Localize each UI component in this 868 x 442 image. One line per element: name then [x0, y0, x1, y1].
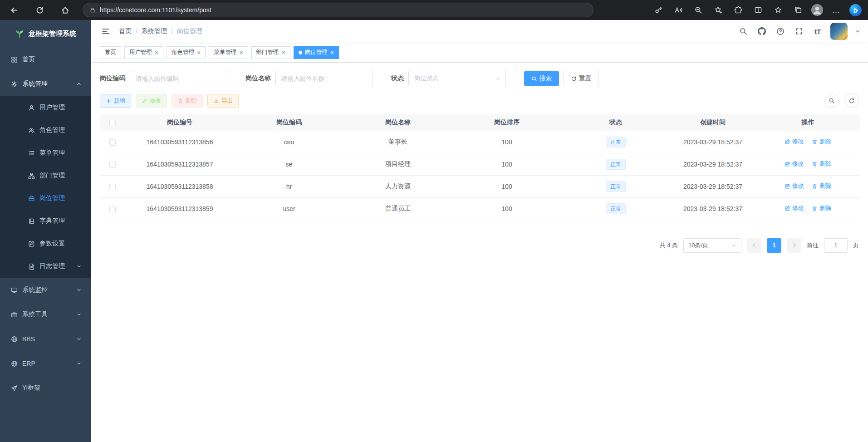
- row-delete-link[interactable]: 删除: [812, 138, 831, 146]
- sidebar-item-home[interactable]: 首页: [0, 47, 91, 72]
- help-icon[interactable]: [775, 25, 786, 37]
- app-logo[interactable]: 意框架管理系统: [0, 20, 91, 47]
- tab-dept-management[interactable]: 部门管理 ×: [251, 46, 290, 59]
- sidebar-item-monitor[interactable]: 系统监控: [0, 278, 91, 302]
- address-bar[interactable]: https://ccnetcore.com:1101/system/post: [83, 3, 593, 17]
- row-edit-link[interactable]: 修改: [785, 182, 804, 190]
- tab-close-icon[interactable]: ×: [239, 49, 243, 56]
- page-number-button[interactable]: 1: [767, 238, 781, 253]
- bing-chat-icon[interactable]: b: [849, 4, 862, 16]
- home-icon[interactable]: [57, 2, 73, 18]
- refresh-table-button[interactable]: [844, 93, 859, 108]
- row-checkbox[interactable]: [109, 206, 116, 212]
- home-menu-icon: [11, 56, 18, 63]
- extensions-icon[interactable]: [731, 3, 745, 17]
- tab-close-icon[interactable]: ×: [282, 49, 285, 56]
- delete-button[interactable]: 删除: [172, 94, 203, 108]
- sidebar-item-role[interactable]: 角色管理: [0, 119, 91, 142]
- goto-page-input[interactable]: [824, 238, 848, 253]
- sidebar-toggle-icon[interactable]: [100, 25, 112, 37]
- tab-close-icon[interactable]: ×: [155, 49, 158, 56]
- fullscreen-icon[interactable]: [793, 25, 805, 37]
- breadcrumb-current: 岗位管理: [177, 27, 202, 35]
- user-avatar[interactable]: [830, 23, 848, 40]
- breadcrumb-home[interactable]: 首页: [119, 27, 132, 35]
- org-tree-icon: [28, 172, 35, 179]
- post-name-input[interactable]: [275, 71, 373, 86]
- select-all-checkbox[interactable]: [109, 120, 116, 126]
- url-text: https://ccnetcore.com:1101/system/post: [100, 6, 211, 14]
- password-key-icon[interactable]: [652, 3, 665, 17]
- edit-link-label: 修改: [792, 204, 804, 212]
- tab-menu-management[interactable]: 菜单管理 ×: [209, 46, 248, 59]
- settings-menu-icon[interactable]: …: [829, 3, 843, 17]
- font-size-icon[interactable]: tT: [812, 25, 824, 37]
- favorites-add-icon[interactable]: [711, 3, 725, 17]
- browser-profile-avatar[interactable]: [811, 4, 823, 16]
- row-delete-link[interactable]: 删除: [812, 204, 831, 212]
- tab-post-management[interactable]: 岗位管理 ×: [294, 46, 339, 59]
- globe-icon: [11, 360, 18, 367]
- tab-role-management[interactable]: 角色管理 ×: [167, 46, 206, 59]
- sidebar-item-tools[interactable]: 系统工具: [0, 302, 91, 327]
- edit-link-label: 修改: [792, 138, 804, 146]
- reset-button[interactable]: 重置: [564, 71, 598, 86]
- export-button[interactable]: 导出: [207, 94, 239, 108]
- navbar-actions: tT: [737, 23, 861, 40]
- tab-home[interactable]: 首页: [100, 46, 121, 59]
- show-search-toggle-button[interactable]: [824, 93, 839, 108]
- next-page-button[interactable]: [787, 238, 801, 253]
- edit-button[interactable]: 修改: [136, 94, 167, 108]
- sidebar-item-bbs[interactable]: BBS: [0, 327, 91, 351]
- sidebar-item-dict[interactable]: 字典管理: [0, 210, 91, 232]
- post-code-input[interactable]: [130, 71, 227, 86]
- page-size-select[interactable]: 10条/页: [683, 238, 741, 253]
- header-search-icon[interactable]: [737, 25, 749, 37]
- sidebar-item-system[interactable]: 系统管理: [0, 72, 91, 96]
- active-tab-dot: [299, 51, 302, 54]
- delete-link-label: 删除: [819, 204, 831, 212]
- read-aloud-icon[interactable]: [672, 3, 685, 17]
- tab-close-icon[interactable]: ×: [330, 49, 334, 56]
- row-edit-link[interactable]: 修改: [785, 138, 804, 146]
- sidebar-item-log[interactable]: 日志管理: [0, 255, 91, 278]
- sidebar-item-user[interactable]: 用户管理: [0, 96, 91, 119]
- edit-icon: [785, 206, 790, 211]
- row-checkbox[interactable]: [109, 162, 116, 168]
- row-edit-link[interactable]: 修改: [785, 160, 804, 168]
- favorites-bar-icon[interactable]: [771, 3, 785, 17]
- menu-label: 参数设置: [39, 240, 65, 248]
- row-edit-link[interactable]: 修改: [785, 204, 804, 212]
- status-select[interactable]: 岗位状态: [408, 71, 506, 86]
- sidebar-item-post[interactable]: 岗位管理: [0, 187, 91, 210]
- row-checkbox[interactable]: [109, 139, 116, 146]
- search-button[interactable]: 搜索: [524, 71, 559, 86]
- sidebar-item-dept[interactable]: 部门管理: [0, 164, 91, 187]
- collections-icon[interactable]: [791, 3, 805, 17]
- sidebar-item-menu[interactable]: 菜单管理: [0, 142, 91, 164]
- cell-post-sort: 100: [452, 153, 562, 175]
- tab-close-icon[interactable]: ×: [197, 49, 201, 56]
- avatar-caret-icon[interactable]: [854, 28, 861, 34]
- select-caret-icon: [731, 243, 736, 248]
- breadcrumb-system[interactable]: 系统管理: [142, 27, 167, 35]
- zoom-icon[interactable]: [691, 3, 705, 17]
- split-screen-icon[interactable]: [751, 3, 765, 17]
- menu-label: 日志管理: [39, 262, 65, 270]
- cell-post-sort: 100: [452, 175, 562, 197]
- prev-page-button[interactable]: [747, 238, 761, 253]
- sidebar-item-yi[interactable]: Yi框架: [0, 376, 91, 400]
- sidebar-item-param[interactable]: 参数设置: [0, 232, 91, 255]
- tab-user-management[interactable]: 用户管理 ×: [124, 46, 163, 59]
- row-delete-link[interactable]: 删除: [812, 182, 831, 190]
- app-navbar: 首页 / 系统管理 / 岗位管理: [91, 20, 868, 43]
- refresh-icon[interactable]: [32, 2, 47, 18]
- row-checkbox[interactable]: [109, 184, 116, 190]
- sidebar-item-erp[interactable]: ERP: [0, 351, 91, 376]
- edit-link-label: 修改: [792, 182, 804, 190]
- back-icon[interactable]: [6, 2, 22, 18]
- add-button[interactable]: 新增: [100, 94, 131, 108]
- github-icon[interactable]: [756, 25, 768, 37]
- row-delete-link[interactable]: 删除: [812, 160, 831, 168]
- menu-label: 岗位管理: [39, 194, 65, 202]
